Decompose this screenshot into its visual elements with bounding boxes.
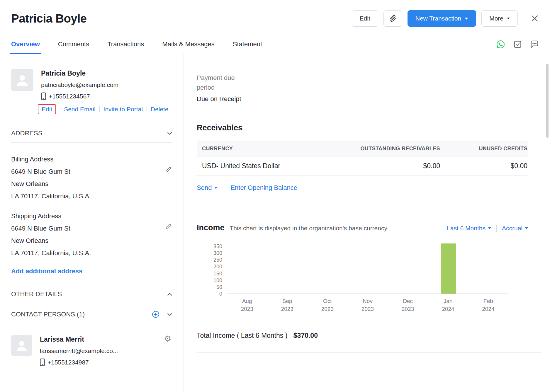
income-basis-label: Accrual	[502, 225, 522, 232]
income-bar-jan-2024	[441, 243, 456, 294]
address-section-header[interactable]: ADDRESS	[11, 129, 172, 137]
contact-name: Patricia Boyle	[41, 69, 169, 77]
contact-actions: Edit Send Email Invite to Portal Delete	[41, 104, 169, 114]
x-axis-tick-label: Dec2023	[388, 297, 428, 313]
gear-icon[interactable]: ⚙	[164, 335, 171, 343]
other-details-section-label: OTHER DETAILS	[11, 290, 62, 298]
tasks-check-icon[interactable]	[513, 40, 522, 49]
column-header-currency: CURRENCY	[197, 146, 329, 152]
paperclip-icon	[389, 15, 396, 22]
total-income-row: Total Income ( Last 6 Months ) - $370.00	[197, 332, 550, 340]
contact-phone-row: +15551234567	[41, 92, 169, 100]
new-transaction-button[interactable]: New Transaction	[408, 10, 476, 27]
outstanding-receivables-cell: $0.00	[329, 162, 440, 170]
payment-due-period-value: Due on Receipt	[197, 95, 550, 103]
divider	[11, 304, 172, 304]
y-axis-tick-label: 150	[213, 270, 222, 277]
divider	[147, 106, 147, 112]
tab-mails-messages[interactable]: Mails & Messages	[162, 35, 215, 54]
x-axis-tick-label: Oct2023	[307, 297, 347, 313]
chat-icon[interactable]	[530, 40, 539, 49]
contact-phone: +15551234567	[49, 93, 90, 100]
x-axis-tick-label: Aug2023	[227, 297, 267, 313]
tab-transactions[interactable]: Transactions	[107, 35, 144, 54]
x-axis-tick-label: Feb2024	[468, 297, 508, 313]
billing-address-line2: New Orleans	[11, 178, 172, 190]
income-basis-dropdown[interactable]: Accrual	[502, 225, 528, 232]
vertical-scrollbar[interactable]	[546, 64, 549, 138]
income-range-dropdown[interactable]: Last 6 Months	[447, 225, 491, 232]
chevron-down-icon	[167, 132, 172, 135]
more-button[interactable]: More	[481, 10, 518, 27]
send-email-link[interactable]: Send Email	[64, 106, 95, 113]
enter-opening-balance-link[interactable]: Enter Opening Balance	[230, 184, 297, 192]
income-note: This chart is displayed in the organizat…	[230, 225, 389, 232]
tab-overview[interactable]: Overview	[11, 35, 40, 54]
payment-due-period-label: Payment due period	[197, 73, 251, 92]
income-chart-y-axis: 350300250200150100500	[197, 246, 227, 294]
invite-to-portal-link[interactable]: Invite to Portal	[103, 106, 143, 113]
tab-statement[interactable]: Statement	[233, 35, 262, 54]
edit-button[interactable]: Edit	[352, 10, 378, 27]
x-axis-tick-label: Jan2024	[428, 297, 468, 313]
shipping-address-line2: New Orleans	[11, 235, 172, 247]
income-range-label: Last 6 Months	[447, 225, 486, 232]
total-income-label: Total Income ( Last 6 Months ) -	[197, 332, 293, 339]
avatar	[11, 335, 32, 356]
edit-billing-address-icon[interactable]	[165, 167, 171, 173]
mobile-phone-icon	[41, 92, 46, 100]
chevron-down-icon	[214, 187, 217, 189]
column-header-outstanding: OUTSTANDING RECEIVABLES	[329, 146, 440, 152]
contact-persons-controls	[152, 311, 172, 318]
shipping-address-block: Shipping Address 6649 N Blue Gum St New …	[11, 210, 172, 259]
contact-person-card: Larissa Merrit larissamerritt@example.co…	[11, 335, 172, 366]
y-axis-tick-label: 100	[213, 277, 222, 283]
primary-contact-card: Patricia Boyle patriciaboyle@example.com…	[11, 69, 172, 114]
currency-cell: USD- United States Dollar	[197, 162, 329, 170]
other-details-section-header[interactable]: OTHER DETAILS	[11, 290, 172, 298]
chevron-up-icon	[167, 293, 172, 296]
shipping-address-line1: 6649 N Blue Gum St	[11, 222, 172, 235]
send-dropdown[interactable]: Send	[197, 184, 217, 192]
avatar	[11, 69, 33, 91]
close-button[interactable]	[531, 14, 539, 23]
column-header-unused-credits: UNUSED CREDITS	[440, 146, 528, 152]
x-axis-tick-label: Nov2023	[347, 297, 388, 313]
new-transaction-label: New Transaction	[415, 15, 461, 22]
chart-column	[348, 246, 388, 294]
income-controls: Last 6 Months Accrual	[447, 225, 528, 232]
shipping-address-line3: LA 70117, California, U.S.A.	[11, 247, 172, 259]
edit-contact-link[interactable]: Edit	[42, 106, 52, 113]
whatsapp-icon[interactable]	[496, 40, 505, 49]
divider	[197, 352, 541, 353]
chevron-down-icon	[465, 18, 468, 20]
more-button-label: More	[489, 15, 503, 22]
table-row: USD- United States Dollar $0.00 $0.00	[197, 156, 528, 176]
contact-person-phone-row: +15551234987	[40, 358, 118, 366]
delete-contact-link[interactable]: Delete	[151, 106, 169, 113]
contact-overview-panel: Payment due period Due on Receipt Receiv…	[184, 54, 550, 392]
add-contact-person-icon[interactable]	[152, 311, 159, 318]
income-chart-plot	[227, 246, 508, 294]
edit-shipping-address-icon[interactable]	[165, 224, 171, 229]
contact-person-name: Larissa Merrit	[40, 335, 118, 343]
address-section-label: ADDRESS	[11, 129, 42, 137]
contact-detail-page: Patricia Boyle Edit New Transaction More	[0, 0, 550, 392]
shipping-address-label: Shipping Address	[11, 210, 172, 222]
unused-credits-cell: $0.00	[440, 162, 528, 170]
contact-person-phone: +15551234987	[47, 359, 89, 366]
contact-persons-section-header[interactable]: CONTACT PERSONS (1)	[11, 311, 172, 318]
divider	[60, 106, 60, 112]
tab-bar: Overview Comments Transactions Mails & M…	[0, 35, 550, 54]
divider	[99, 106, 100, 112]
billing-address-line1: 6649 N Blue Gum St	[11, 166, 172, 178]
add-additional-address-link[interactable]: Add additional address	[11, 267, 82, 275]
divider	[11, 142, 172, 143]
tab-comments[interactable]: Comments	[58, 35, 89, 54]
chevron-down-icon	[525, 227, 528, 229]
attachments-button[interactable]	[383, 10, 402, 27]
income-chart-x-axis: Aug2023Sep2023Oct2023Nov2023Dec2023Jan20…	[227, 297, 508, 313]
divider	[224, 184, 224, 191]
contact-persons-section-label: CONTACT PERSONS (1)	[11, 311, 85, 318]
billing-address-label: Billing Address	[11, 153, 172, 166]
